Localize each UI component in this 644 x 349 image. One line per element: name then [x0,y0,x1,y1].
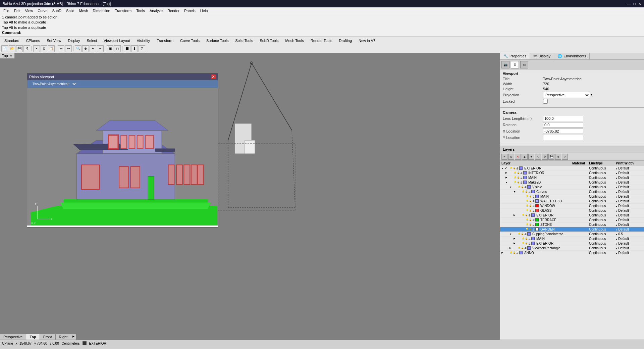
maximize-button[interactable]: □ [633,2,636,6]
tb-new[interactable]: 📄 [1,45,8,52]
layer-color-swatch[interactable] [535,195,539,198]
layer-color-swatch[interactable] [531,237,535,240]
layer-color-swatch[interactable] [531,213,535,217]
menu-transform[interactable]: Transform [113,8,134,13]
tab-curve-tools[interactable]: Curve Tools [177,38,203,43]
tab-visibility[interactable]: Visibility [134,38,153,43]
layer-color-swatch[interactable] [523,171,527,174]
tb-layer-panel[interactable]: ☰ [124,45,130,52]
layer-expand-arrow[interactable]: ▶ [514,214,516,216]
layer-row[interactable]: ▶💡🔒🖨ANNOContinuous⬧ Default [500,251,644,255]
layer-up-btn[interactable]: ▲ [522,154,528,160]
layer-row[interactable]: 💡🔒🖨GLASSContinuous⬧ Default [500,208,644,213]
menu-curve[interactable]: Curve [36,8,49,13]
tb-zoom-window[interactable]: 🔍 [75,45,82,52]
prop-subtab-camera[interactable]: 📷 [501,61,509,68]
close-button[interactable]: ✕ [638,2,641,6]
layer-row[interactable]: 💡🔒🖨MAINContinuous⬧ Default [500,194,644,199]
layer-expand-arrow[interactable]: ▶ [514,237,516,240]
viewport-top-label[interactable]: Top ▼ [0,53,15,59]
tb-print[interactable]: 🖨 [23,45,30,52]
layer-material-btn[interactable]: ◈ [555,154,561,160]
menu-help[interactable]: Help [198,8,210,13]
layer-expand-arrow[interactable]: ▶ [509,247,512,249]
layer-new-sublayer-btn[interactable]: ⊕ [508,154,514,160]
layer-expand-arrow[interactable]: ▼ [509,233,512,235]
tab-drafting[interactable]: Drafting [336,38,355,43]
tab-select[interactable]: Select [84,38,100,43]
layer-expand-arrow[interactable]: ▶ [505,176,508,179]
tb-zoom-out[interactable]: − [97,45,104,52]
viewport-area[interactable]: Top ▼ Rhino Viewport ✕ Two-Point Asymmet… [0,53,500,340]
tb-help[interactable]: ? [139,45,145,52]
menu-mesh[interactable]: Mesh [77,8,90,13]
menu-subd[interactable]: SubD [50,8,64,13]
layer-color-swatch[interactable] [531,242,535,245]
menu-edit[interactable]: Edit [12,8,22,13]
layer-color-swatch[interactable] [531,190,535,193]
panel-tab-environments[interactable]: 🌐 Environments [554,53,590,59]
tb-zoom-extents[interactable]: ⊕ [82,45,89,52]
layer-color-swatch[interactable] [535,218,539,221]
menu-panels[interactable]: Panels [182,8,198,13]
menu-render[interactable]: Render [165,8,181,13]
minimize-button[interactable]: — [627,2,631,6]
layer-row[interactable]: 💡🔒🖨GARDENContinuous⬧ Default [500,227,644,232]
tab-new-in-v7[interactable]: New in V7 [356,38,378,43]
command-label[interactable]: Command: [2,30,642,35]
layer-save-btn[interactable]: 💾 [548,154,554,160]
layer-expand-arrow[interactable]: ▶ [505,171,508,174]
tab-render-tools[interactable]: Render Tools [308,38,335,43]
layer-row[interactable]: 💡🔒🖨STONEContinuous⬧ Default [500,222,644,227]
tab-cplanes[interactable]: CPlanes [23,38,43,43]
menu-analyze[interactable]: Analyze [148,8,165,13]
layer-new-btn[interactable]: + [501,154,507,160]
menu-solid[interactable]: Solid [64,8,76,13]
layer-color-swatch[interactable] [519,166,523,170]
layer-color-swatch[interactable] [519,251,523,254]
layer-row[interactable]: 💡🔒🖨TERRACEContinuous⬧ Default [500,218,644,222]
lens-input[interactable] [543,116,583,121]
panel-tab-properties[interactable]: 🔧 Properties [500,53,530,59]
menu-tools[interactable]: Tools [134,8,147,13]
vp-tab-perspective[interactable]: Perspective [0,334,26,340]
layer-row[interactable]: ▼💡🔒🖨CurvesContinuous⬧ Default [500,190,644,194]
tb-undo[interactable]: ↩ [58,45,64,52]
prop-subtab-settings[interactable]: ⚙ [511,61,519,68]
layer-expand-arrow[interactable]: ▶ [514,242,516,245]
viewport-label-arrow[interactable]: ▼ [10,55,12,58]
vp-tab-front[interactable]: Front [40,334,56,340]
layer-row[interactable]: ▶💡🔒🖨MAINContinuous⬧ Default [500,237,644,241]
vp-tab-top[interactable]: Top [26,334,40,340]
layer-delete-btn[interactable]: ✕ [515,154,521,160]
layer-expand-arrow[interactable]: ▼ [505,181,508,184]
viewport-tab-arrow[interactable]: ▶ [71,334,76,340]
tab-set-view[interactable]: Set View [44,38,64,43]
tab-surface-tools[interactable]: Surface Tools [203,38,231,43]
xlocation-input[interactable] [543,129,583,134]
tb-select-all[interactable]: ▣ [107,45,113,52]
layer-expand-arrow[interactable]: ▼ [501,167,504,169]
rhino-viewport-close-button[interactable]: ✕ [211,74,216,79]
layer-color-swatch[interactable] [527,185,531,189]
tb-copy[interactable]: ⧉ [41,45,47,52]
layer-filter-btn[interactable]: ▽ [535,154,541,160]
tab-transform[interactable]: Transform [154,38,176,43]
layer-color-swatch[interactable] [535,204,539,207]
layer-expand-arrow[interactable]: ▼ [514,191,516,193]
layer-color-swatch[interactable] [535,209,539,212]
tab-solid-tools[interactable]: Solid Tools [232,38,256,43]
layer-row[interactable]: 💡🔒🖨WALL EXT 3DContinuous⬧ Default [500,199,644,204]
layer-row[interactable]: ▼💡🔒🖨ClippingPlaneInterse...Continuous⬧ 0… [500,232,644,237]
rotation-input[interactable] [543,122,583,128]
tb-zoom-in[interactable]: + [90,45,96,52]
tb-open[interactable]: 📂 [9,45,15,52]
projection-select[interactable]: Perspective Parallel [543,92,590,98]
rhino-viewport-titlebar[interactable]: Rhino Viewport ✕ [27,73,218,80]
tb-cut[interactable]: ✂ [33,45,40,52]
rhino-viewport-content[interactable]: x z x, v [27,88,218,226]
layer-row[interactable]: ▼💡🔒🖨Make2DContinuous⬧ Default [500,180,644,185]
layer-row[interactable]: ▶💡🔒🖨EXTERIORContinuous⬧ Default [500,241,644,246]
layer-row[interactable]: ▶💡🔒🖨INTERIORContinuous⬧ Default [500,171,644,176]
layer-color-swatch[interactable] [523,181,527,184]
